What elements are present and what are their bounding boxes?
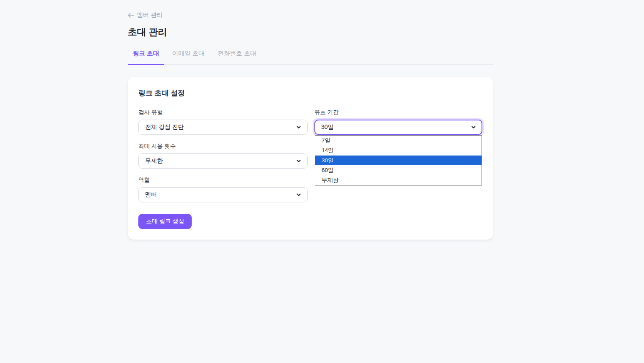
back-link-label: 멤버 관리	[137, 11, 162, 19]
test-type-select[interactable]: 전체 강점 진단	[138, 120, 308, 135]
chevron-down-icon	[471, 124, 476, 130]
arrow-left-icon	[128, 13, 134, 18]
max-uses-value: 무제한	[145, 157, 163, 165]
form-left-column: 검사 유형 전체 강점 진단 최대 사용 횟수 무제한	[138, 109, 308, 202]
role-select[interactable]: 멤버	[138, 187, 308, 202]
invite-settings-form: 검사 유형 전체 강점 진단 최대 사용 횟수 무제한	[138, 109, 482, 202]
validity-option-30days[interactable]: 30일	[315, 156, 482, 165]
validity-option-60days[interactable]: 60일	[315, 165, 482, 175]
tab-phone-invite[interactable]: 전화번호 초대	[213, 49, 261, 65]
validity-select[interactable]: 30일 7일 14일 30일 60일 무제한	[314, 120, 482, 135]
role-field: 역할 멤버	[138, 176, 308, 202]
role-value: 멤버	[145, 191, 157, 199]
validity-option-14days[interactable]: 14일	[315, 145, 482, 155]
tab-link-invite[interactable]: 링크 초대	[128, 49, 164, 65]
back-to-member-management-link[interactable]: 멤버 관리	[128, 11, 162, 19]
tab-email-invite[interactable]: 이메일 초대	[167, 49, 210, 65]
create-invite-link-button[interactable]: 초대 링크 생성	[138, 214, 192, 229]
invite-tabs: 링크 초대 이메일 초대 전화번호 초대	[128, 49, 493, 65]
page-title: 초대 관리	[128, 26, 493, 38]
test-type-label: 검사 유형	[138, 109, 308, 116]
max-uses-label: 최대 사용 횟수	[138, 142, 308, 150]
validity-options-listbox: 7일 14일 30일 60일 무제한	[315, 135, 482, 186]
test-type-field: 검사 유형 전체 강점 진단	[138, 109, 308, 135]
card-title: 링크 초대 설정	[138, 88, 482, 98]
validity-option-7days[interactable]: 7일	[315, 136, 482, 145]
test-type-value: 전체 강점 진단	[145, 123, 184, 131]
chevron-down-icon	[296, 192, 302, 198]
validity-option-unlimited[interactable]: 무제한	[315, 175, 482, 185]
validity-value: 30일	[321, 123, 334, 131]
link-invite-settings-card: 링크 초대 설정 검사 유형 전체 강점 진단 최대 사용	[128, 77, 493, 240]
form-right-column: 유효 기간 30일 7일 14일 30일 60일	[314, 109, 482, 202]
validity-field: 유효 기간 30일 7일 14일 30일 60일	[314, 109, 482, 135]
max-uses-select[interactable]: 무제한	[138, 153, 308, 169]
role-label: 역할	[138, 176, 308, 184]
chevron-down-icon	[296, 158, 302, 164]
max-uses-field: 최대 사용 횟수 무제한	[138, 142, 308, 169]
chevron-down-icon	[296, 124, 302, 130]
validity-label: 유효 기간	[314, 109, 482, 116]
invite-management-page: 멤버 관리 초대 관리 링크 초대 이메일 초대 전화번호 초대 링크 초대 설…	[128, 0, 493, 240]
